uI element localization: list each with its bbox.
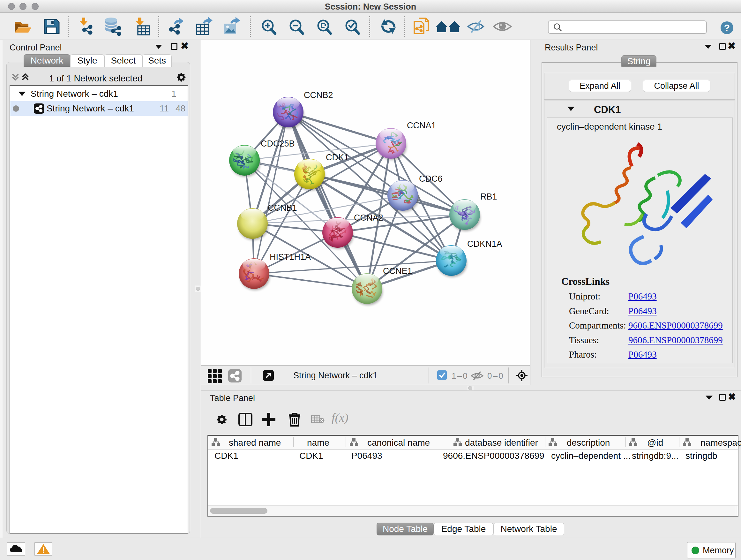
svg-text:?: ? bbox=[724, 22, 730, 33]
svg-text:CCNA1: CCNA1 bbox=[407, 121, 436, 130]
svg-text:CCNE1: CCNE1 bbox=[383, 266, 412, 276]
svg-text:CDKN1A: CDKN1A bbox=[467, 239, 502, 249]
svg-text:CDC6: CDC6 bbox=[419, 174, 443, 184]
svg-text:CCNA2: CCNA2 bbox=[354, 213, 383, 223]
svg-text:HIST1H1A: HIST1H1A bbox=[270, 252, 311, 262]
svg-text:CCNB1: CCNB1 bbox=[268, 203, 297, 212]
svg-text:RB1: RB1 bbox=[480, 192, 497, 201]
svg-text:CDC25B: CDC25B bbox=[261, 139, 295, 148]
svg-text:CDK1: CDK1 bbox=[326, 152, 349, 162]
svg-text:CCNB2: CCNB2 bbox=[304, 90, 333, 100]
